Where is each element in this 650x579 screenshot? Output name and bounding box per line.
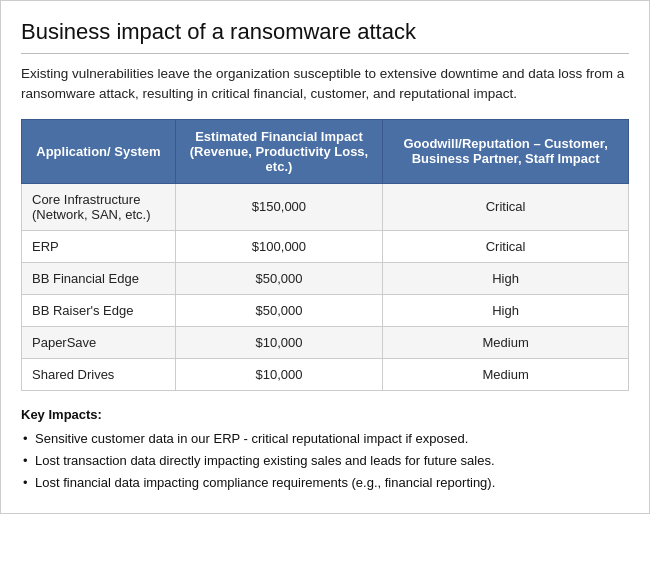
cell-goodwill: High <box>383 294 629 326</box>
col-header-financial: Estimated Financial Impact (Revenue, Pro… <box>175 119 382 183</box>
cell-application: BB Financial Edge <box>22 262 176 294</box>
cell-financial: $10,000 <box>175 326 382 358</box>
col-header-application: Application/ System <box>22 119 176 183</box>
cell-financial: $50,000 <box>175 294 382 326</box>
table-row: ERP$100,000Critical <box>22 230 629 262</box>
key-impacts-title: Key Impacts: <box>21 405 629 425</box>
cell-application: ERP <box>22 230 176 262</box>
cell-financial: $50,000 <box>175 262 382 294</box>
impact-table: Application/ System Estimated Financial … <box>21 119 629 391</box>
main-container: Business impact of a ransomware attack E… <box>0 0 650 514</box>
key-impact-item: Sensitive customer data in our ERP - cri… <box>21 429 629 449</box>
table-row: BB Financial Edge$50,000High <box>22 262 629 294</box>
cell-goodwill: Critical <box>383 183 629 230</box>
cell-application: PaperSave <box>22 326 176 358</box>
col-header-goodwill: Goodwill/Reputation – Customer, Business… <box>383 119 629 183</box>
description-text: Existing vulnerabilities leave the organ… <box>21 64 629 105</box>
page-title: Business impact of a ransomware attack <box>21 19 629 54</box>
key-impact-item: Lost financial data impacting compliance… <box>21 473 629 493</box>
cell-goodwill: Medium <box>383 326 629 358</box>
cell-financial: $100,000 <box>175 230 382 262</box>
cell-goodwill: Medium <box>383 358 629 390</box>
key-impacts-list: Sensitive customer data in our ERP - cri… <box>21 429 629 493</box>
cell-application: Shared Drives <box>22 358 176 390</box>
table-row: Core Infrastructure (Network, SAN, etc.)… <box>22 183 629 230</box>
table-row: PaperSave$10,000Medium <box>22 326 629 358</box>
cell-application: Core Infrastructure (Network, SAN, etc.) <box>22 183 176 230</box>
table-header-row: Application/ System Estimated Financial … <box>22 119 629 183</box>
cell-goodwill: Critical <box>383 230 629 262</box>
cell-financial: $10,000 <box>175 358 382 390</box>
table-row: BB Raiser's Edge$50,000High <box>22 294 629 326</box>
cell-application: BB Raiser's Edge <box>22 294 176 326</box>
key-impact-item: Lost transaction data directly impacting… <box>21 451 629 471</box>
cell-financial: $150,000 <box>175 183 382 230</box>
table-row: Shared Drives$10,000Medium <box>22 358 629 390</box>
key-impacts-section: Key Impacts: Sensitive customer data in … <box>21 405 629 494</box>
cell-goodwill: High <box>383 262 629 294</box>
